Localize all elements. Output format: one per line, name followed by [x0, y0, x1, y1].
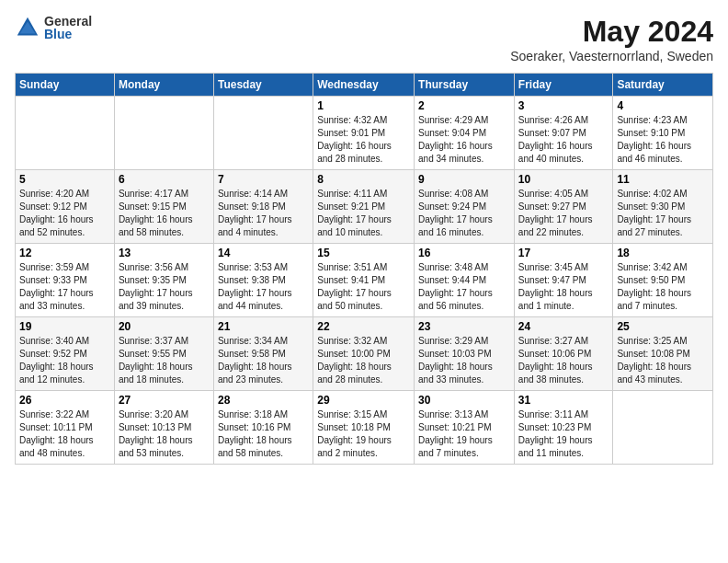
day-number: 28: [218, 394, 309, 407]
day-info: Sunrise: 3:42 AM Sunset: 9:50 PM Dayligh…: [617, 261, 709, 313]
day-number: 22: [317, 320, 410, 333]
day-info: Sunrise: 3:45 AM Sunset: 9:47 PM Dayligh…: [518, 261, 609, 313]
calendar-header-saturday: Saturday: [613, 74, 713, 97]
page: General Blue May 2024 Soeraker, Vaestern…: [0, 0, 728, 563]
day-number: 10: [518, 173, 609, 186]
day-info: Sunrise: 3:20 AM Sunset: 10:13 PM Daylig…: [119, 408, 210, 460]
calendar-header-row: SundayMondayTuesdayWednesdayThursdayFrid…: [16, 74, 713, 97]
calendar-day-3: 3Sunrise: 4:26 AM Sunset: 9:07 PM Daylig…: [514, 97, 613, 170]
logo-text: General Blue: [44, 15, 92, 40]
day-number: 17: [518, 247, 609, 259]
day-number: 29: [317, 394, 410, 407]
day-info: Sunrise: 3:40 AM Sunset: 9:52 PM Dayligh…: [19, 335, 110, 386]
day-info: Sunrise: 4:20 AM Sunset: 9:12 PM Dayligh…: [19, 188, 110, 239]
calendar-day-30: 30Sunrise: 3:13 AM Sunset: 10:21 PM Dayl…: [415, 391, 515, 465]
calendar-day-27: 27Sunrise: 3:20 AM Sunset: 10:13 PM Dayl…: [114, 391, 213, 465]
day-info: Sunrise: 3:48 AM Sunset: 9:44 PM Dayligh…: [418, 261, 510, 313]
day-info: Sunrise: 3:27 AM Sunset: 10:06 PM Daylig…: [518, 335, 609, 386]
day-number: 3: [518, 99, 609, 112]
calendar-day-15: 15Sunrise: 3:51 AM Sunset: 9:41 PM Dayli…: [313, 244, 415, 317]
calendar-day-23: 23Sunrise: 3:29 AM Sunset: 10:03 PM Dayl…: [415, 317, 515, 391]
calendar-day-21: 21Sunrise: 3:34 AM Sunset: 9:58 PM Dayli…: [213, 317, 313, 391]
day-info: Sunrise: 3:51 AM Sunset: 9:41 PM Dayligh…: [317, 261, 410, 313]
day-info: Sunrise: 4:32 AM Sunset: 9:01 PM Dayligh…: [317, 114, 410, 166]
calendar-day-10: 10Sunrise: 4:05 AM Sunset: 9:27 PM Dayli…: [514, 170, 613, 244]
calendar-week-row: 5Sunrise: 4:20 AM Sunset: 9:12 PM Daylig…: [16, 170, 713, 244]
day-number: 8: [317, 173, 410, 186]
day-number: 30: [418, 394, 510, 407]
day-number: 26: [19, 394, 110, 407]
day-info: Sunrise: 3:34 AM Sunset: 9:58 PM Dayligh…: [218, 335, 309, 386]
calendar-header-tuesday: Tuesday: [213, 74, 313, 97]
calendar-empty-cell: [16, 97, 115, 170]
day-number: 16: [418, 247, 510, 259]
calendar-day-5: 5Sunrise: 4:20 AM Sunset: 9:12 PM Daylig…: [16, 170, 115, 244]
calendar-day-19: 19Sunrise: 3:40 AM Sunset: 9:52 PM Dayli…: [16, 317, 115, 391]
day-info: Sunrise: 3:53 AM Sunset: 9:38 PM Dayligh…: [218, 261, 309, 313]
calendar-day-11: 11Sunrise: 4:02 AM Sunset: 9:30 PM Dayli…: [613, 170, 713, 244]
calendar-day-17: 17Sunrise: 3:45 AM Sunset: 9:47 PM Dayli…: [514, 244, 613, 317]
day-info: Sunrise: 4:02 AM Sunset: 9:30 PM Dayligh…: [617, 188, 709, 239]
day-number: 20: [119, 320, 210, 333]
day-info: Sunrise: 4:05 AM Sunset: 9:27 PM Dayligh…: [518, 188, 609, 239]
day-number: 25: [617, 320, 709, 333]
calendar-day-31: 31Sunrise: 3:11 AM Sunset: 10:23 PM Dayl…: [514, 391, 613, 465]
calendar-day-25: 25Sunrise: 3:25 AM Sunset: 10:08 PM Dayl…: [613, 317, 713, 391]
calendar-day-14: 14Sunrise: 3:53 AM Sunset: 9:38 PM Dayli…: [213, 244, 313, 317]
calendar-day-28: 28Sunrise: 3:18 AM Sunset: 10:16 PM Dayl…: [213, 391, 313, 465]
subtitle: Soeraker, Vaesternorrland, Sweden: [510, 49, 713, 63]
calendar-day-4: 4Sunrise: 4:23 AM Sunset: 9:10 PM Daylig…: [613, 97, 713, 170]
day-info: Sunrise: 3:59 AM Sunset: 9:33 PM Dayligh…: [19, 261, 110, 313]
calendar-day-12: 12Sunrise: 3:59 AM Sunset: 9:33 PM Dayli…: [16, 244, 115, 317]
day-number: 21: [218, 320, 309, 333]
day-number: 1: [317, 99, 410, 112]
day-number: 18: [617, 247, 709, 259]
logo-general: General: [44, 15, 92, 28]
calendar-week-row: 12Sunrise: 3:59 AM Sunset: 9:33 PM Dayli…: [16, 244, 713, 317]
calendar: SundayMondayTuesdayWednesdayThursdayFrid…: [15, 73, 713, 465]
day-number: 27: [119, 394, 210, 407]
calendar-week-row: 1Sunrise: 4:32 AM Sunset: 9:01 PM Daylig…: [16, 97, 713, 170]
day-info: Sunrise: 3:18 AM Sunset: 10:16 PM Daylig…: [218, 408, 309, 460]
day-info: Sunrise: 4:11 AM Sunset: 9:21 PM Dayligh…: [317, 188, 410, 239]
day-info: Sunrise: 3:56 AM Sunset: 9:35 PM Dayligh…: [119, 261, 210, 313]
calendar-day-29: 29Sunrise: 3:15 AM Sunset: 10:18 PM Dayl…: [313, 391, 415, 465]
calendar-week-row: 19Sunrise: 3:40 AM Sunset: 9:52 PM Dayli…: [16, 317, 713, 391]
day-number: 24: [518, 320, 609, 333]
day-info: Sunrise: 3:13 AM Sunset: 10:21 PM Daylig…: [418, 408, 510, 460]
day-number: 31: [518, 394, 609, 407]
day-number: 14: [218, 247, 309, 259]
calendar-header-monday: Monday: [114, 74, 213, 97]
day-info: Sunrise: 4:14 AM Sunset: 9:18 PM Dayligh…: [218, 188, 309, 239]
calendar-day-13: 13Sunrise: 3:56 AM Sunset: 9:35 PM Dayli…: [114, 244, 213, 317]
day-info: Sunrise: 4:29 AM Sunset: 9:04 PM Dayligh…: [418, 114, 510, 166]
day-number: 15: [317, 247, 410, 259]
calendar-day-26: 26Sunrise: 3:22 AM Sunset: 10:11 PM Dayl…: [16, 391, 115, 465]
calendar-day-16: 16Sunrise: 3:48 AM Sunset: 9:44 PM Dayli…: [415, 244, 515, 317]
day-info: Sunrise: 4:23 AM Sunset: 9:10 PM Dayligh…: [617, 114, 709, 166]
calendar-day-24: 24Sunrise: 3:27 AM Sunset: 10:06 PM Dayl…: [514, 317, 613, 391]
day-info: Sunrise: 3:22 AM Sunset: 10:11 PM Daylig…: [19, 408, 110, 460]
calendar-day-1: 1Sunrise: 4:32 AM Sunset: 9:01 PM Daylig…: [313, 97, 415, 170]
calendar-day-22: 22Sunrise: 3:32 AM Sunset: 10:00 PM Dayl…: [313, 317, 415, 391]
day-info: Sunrise: 3:37 AM Sunset: 9:55 PM Dayligh…: [119, 335, 210, 386]
logo: General Blue: [15, 15, 92, 40]
calendar-empty-cell: [213, 97, 313, 170]
logo-icon: [15, 15, 40, 40]
day-number: 12: [19, 247, 110, 259]
day-number: 19: [19, 320, 110, 333]
main-title: May 2024: [510, 15, 713, 49]
calendar-day-2: 2Sunrise: 4:29 AM Sunset: 9:04 PM Daylig…: [415, 97, 515, 170]
calendar-week-row: 26Sunrise: 3:22 AM Sunset: 10:11 PM Dayl…: [16, 391, 713, 465]
calendar-day-18: 18Sunrise: 3:42 AM Sunset: 9:50 PM Dayli…: [613, 244, 713, 317]
day-number: 5: [19, 173, 110, 186]
calendar-day-7: 7Sunrise: 4:14 AM Sunset: 9:18 PM Daylig…: [213, 170, 313, 244]
calendar-header-friday: Friday: [514, 74, 613, 97]
day-info: Sunrise: 4:08 AM Sunset: 9:24 PM Dayligh…: [418, 188, 510, 239]
day-number: 11: [617, 173, 709, 186]
logo-blue: Blue: [44, 28, 92, 40]
calendar-day-6: 6Sunrise: 4:17 AM Sunset: 9:15 PM Daylig…: [114, 170, 213, 244]
day-number: 7: [218, 173, 309, 186]
day-number: 6: [119, 173, 210, 186]
calendar-header-wednesday: Wednesday: [313, 74, 415, 97]
